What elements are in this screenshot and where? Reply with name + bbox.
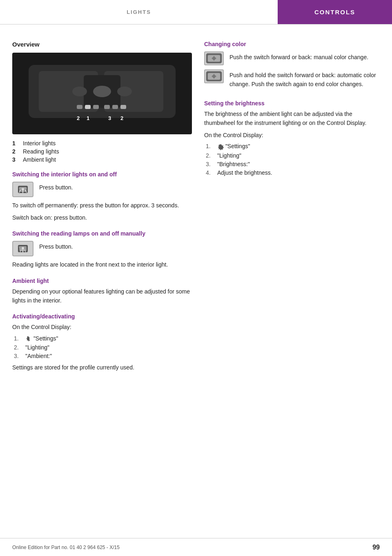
- header-lights-label: LIGHTS: [0, 0, 278, 24]
- interior-image: 2 1 3 2: [12, 53, 192, 134]
- svg-point-6: [117, 87, 132, 96]
- interior-light-icon-box: [12, 182, 33, 197]
- section1-para2: Switch back on: press button.: [12, 214, 192, 222]
- section1-icon-row: Press button.: [12, 182, 192, 197]
- section3-para1: Depending on your optional features ligh…: [12, 287, 192, 305]
- section1-title: Switching the interior lights on and off: [12, 171, 192, 178]
- list-item-2: 2 Reading lights: [12, 148, 192, 155]
- svg-text:3: 3: [108, 115, 111, 121]
- color-icon-row-2: Push and hold the switch forward or back…: [204, 69, 380, 92]
- brightness-step-3: 3. "Brightness:": [206, 161, 380, 167]
- svg-point-27: [22, 247, 24, 249]
- svg-point-32: [28, 338, 29, 340]
- section2-para1: Reading lights are located in the front …: [12, 260, 192, 269]
- svg-rect-8: [77, 105, 82, 109]
- section2-press-text: Press button.: [39, 241, 73, 251]
- section3-note: Settings are stored for the profile curr…: [12, 363, 192, 372]
- step-2: 2. "Lighting": [14, 344, 192, 351]
- section2-icon-row: Press button.: [12, 241, 192, 256]
- svg-rect-9: [85, 105, 91, 109]
- svg-point-7: [93, 86, 111, 97]
- svg-text:2: 2: [77, 115, 80, 121]
- svg-text:2: 2: [120, 115, 123, 121]
- brightness-intro: On the Control Display:: [204, 131, 380, 140]
- color-switch-icon-1: [204, 51, 224, 65]
- main-content: Overview: [0, 24, 392, 400]
- brightness-title: Setting the brightness: [204, 100, 380, 107]
- section1-para1: To switch off permanently: press the but…: [12, 201, 192, 210]
- section3-sub-title: Activating/deactivating: [12, 313, 192, 320]
- list-item-3: 3 Ambient light: [12, 156, 192, 163]
- brightness-step-2: 2. "Lighting": [206, 152, 380, 159]
- color-switch-icon-2: [204, 69, 224, 83]
- section2-title: Switching the reading lamps on and off m…: [12, 230, 192, 237]
- list-item-1: 1 Interior lights: [12, 140, 192, 147]
- page-number: 99: [372, 544, 380, 551]
- left-column: Overview: [12, 41, 192, 376]
- overview-title: Overview: [12, 41, 192, 48]
- brightness-step-4: 4. Adjust the brightness.: [206, 169, 380, 176]
- right-column: Changing color Push the switch forward o…: [204, 41, 380, 376]
- step-1: 1. "Settings": [14, 335, 192, 342]
- svg-rect-12: [112, 105, 118, 109]
- section3-intro: On the Control Display:: [12, 323, 192, 332]
- svg-point-5: [72, 87, 87, 96]
- section3-title: Ambient light: [12, 278, 192, 284]
- svg-rect-10: [93, 105, 99, 109]
- svg-rect-13: [120, 105, 126, 109]
- color-text-1: Push the switch forward or back: manual …: [229, 51, 368, 62]
- svg-rect-11: [104, 105, 110, 109]
- step-3: 3. "Ambient:": [14, 353, 192, 359]
- section1-press-text: Press button.: [39, 182, 73, 192]
- page-footer: Online Edition for Part no. 01 40 2 964 …: [0, 538, 392, 556]
- changing-color-title: Changing color: [204, 41, 380, 47]
- color-icon-row-1: Push the switch forward or back: manual …: [204, 51, 380, 65]
- page-header: LIGHTS CONTROLS: [0, 0, 392, 24]
- svg-text:1: 1: [87, 115, 89, 121]
- overview-list: 1 Interior lights 2 Reading lights 3 Amb…: [12, 140, 192, 163]
- brightness-para1: The brightness of the ambient light can …: [204, 110, 380, 127]
- header-controls-label: CONTROLS: [278, 0, 392, 24]
- section3-steps: 1. "Settings" 2. "Lighting" 3. "Ambient:…: [12, 335, 192, 359]
- brightness-step-1: 1. "Settings": [206, 143, 380, 150]
- color-text-2: Push and hold the switch forward or back…: [229, 69, 380, 89]
- reading-lamp-icon-box: [12, 241, 33, 256]
- footer-text: Online Edition for Part no. 01 40 2 964 …: [12, 545, 120, 550]
- brightness-steps: 1. "Settings" 2. "Lighting" 3. "Brightne…: [204, 143, 380, 176]
